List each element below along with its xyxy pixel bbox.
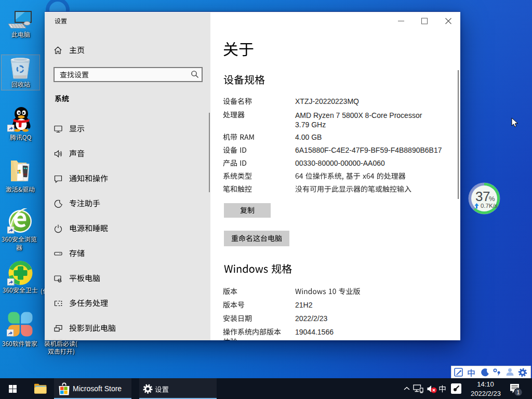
- svg-text:1: 1: [516, 389, 520, 395]
